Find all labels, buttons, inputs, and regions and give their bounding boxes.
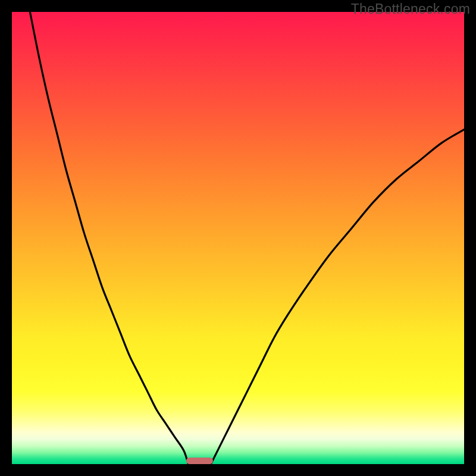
plot-area <box>12 12 464 464</box>
watermark-text: TheBottleneck.com <box>351 1 470 17</box>
right-bottleneck-curve <box>211 130 464 464</box>
left-bottleneck-curve <box>30 12 188 464</box>
sweet-spot-marker <box>186 458 214 464</box>
chart-container: TheBottleneck.com <box>0 0 476 476</box>
curves-layer <box>12 12 464 464</box>
